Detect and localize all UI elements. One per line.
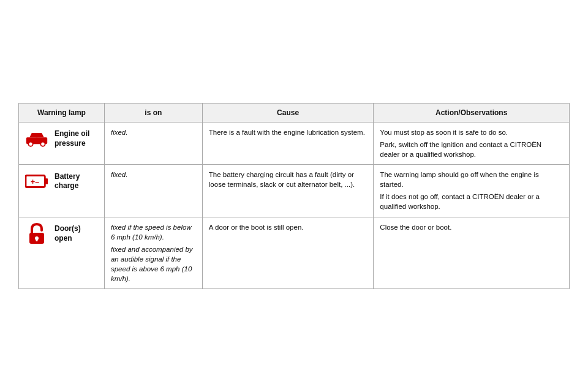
lamp-cell-door: Door(s) open — [19, 217, 105, 289]
engine-action-2: Park, switch off the ignition and contac… — [380, 140, 563, 159]
door-ison: fixed if the speed is below 6 mph (10 km… — [104, 217, 202, 289]
header-cause: Cause — [202, 103, 374, 122]
battery-icon-svg: +– — [25, 172, 48, 190]
svg-point-1 — [28, 141, 32, 146]
door-icon — [25, 222, 48, 246]
battery-action: The warning lamp should go off when the … — [374, 165, 570, 217]
door-ison-2: fixed and accompanied by an audible sign… — [111, 244, 196, 284]
door-icon-svg — [26, 222, 47, 246]
engine-ison-text: fixed. — [111, 127, 196, 137]
battery-ison: fixed. — [104, 165, 202, 217]
page-wrapper: Warning lamp is on Cause Action/Observat… — [18, 91, 570, 301]
engine-cause: There is a fault with the engine lubrica… — [202, 122, 374, 164]
svg-text:+–: +– — [31, 178, 39, 186]
engine-action-1: You must stop as soon it is safe to do s… — [380, 127, 563, 137]
header-lamp: Warning lamp — [19, 103, 105, 122]
door-ison-1: fixed if the speed is below 6 mph (10 km… — [111, 222, 196, 242]
door-action: Close the door or boot. — [374, 217, 570, 289]
battery-charge-label: Battery charge — [55, 172, 98, 191]
engine-ison: fixed. — [104, 122, 202, 164]
door-cause-text: A door or the boot is still open. — [209, 222, 368, 232]
engine-cause-text: There is a fault with the engine lubrica… — [209, 127, 368, 137]
header-action: Action/Observations — [374, 103, 570, 122]
engine-oil-label: Engine oilpressure — [55, 129, 89, 148]
lamp-cell-engine: Engine oilpressure — [19, 122, 105, 164]
door-action-text: Close the door or boot. — [380, 222, 563, 232]
battery-ison-text: fixed. — [111, 170, 196, 179]
lamp-cell-battery: +– Battery charge — [19, 165, 105, 217]
door-cause: A door or the boot is still open. — [202, 217, 374, 289]
battery-action-1: The warning lamp should go off when the … — [380, 170, 563, 189]
battery-cause-text: The battery charging circuit has a fault… — [209, 170, 368, 189]
engine-action: You must stop as soon it is safe to do s… — [374, 122, 570, 164]
svg-point-2 — [40, 141, 45, 146]
engine-oil-icon — [25, 127, 48, 151]
table-row: Engine oilpressure fixed. There is a fau… — [19, 122, 570, 164]
engine-icon-svg — [25, 129, 48, 149]
header-ison: is on — [104, 103, 202, 122]
svg-rect-5 — [45, 178, 48, 184]
svg-rect-9 — [36, 238, 38, 241]
table-row: +– Battery charge fixed. The battery cha… — [19, 165, 570, 217]
battery-cause: The battery charging circuit has a fault… — [202, 165, 374, 217]
table-row: Door(s) open fixed if the speed is below… — [19, 217, 570, 289]
battery-icon: +– — [25, 170, 48, 193]
battery-action-2: If it does not go off, contact a CITROËN… — [380, 192, 563, 211]
door-open-label: Door(s) open — [55, 224, 98, 243]
warning-lamp-table: Warning lamp is on Cause Action/Observat… — [18, 103, 570, 289]
